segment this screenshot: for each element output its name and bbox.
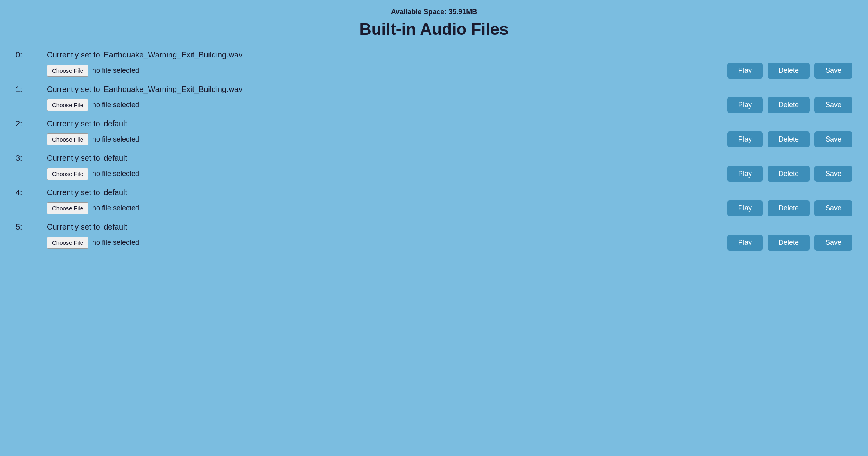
no-file-label-3: no file selected [92,170,139,178]
entry-header-4: 4: Currently set to default [16,188,852,197]
entry-header-2: 2: Currently set to default [16,119,852,128]
delete-button-0[interactable]: Delete [768,63,810,79]
audio-entry-3: 3: Currently set to default Choose File … [16,154,852,182]
no-file-label-0: no file selected [92,66,139,75]
file-input-wrapper-4: Choose File no file selected [47,202,139,214]
available-space-value: 35.91MB [448,8,477,16]
choose-file-button-3[interactable]: Choose File [47,168,88,180]
currently-set-to-label-2: Currently set to [47,119,100,128]
entry-index-4: 4: [16,188,47,197]
entry-current-value-1: Earthquake_Warning_Exit_Building.wav [104,85,242,93]
entry-controls-1: Choose File no file selected Play Delete… [16,97,852,113]
action-buttons-4: Play Delete Save [727,200,852,216]
entry-controls-5: Choose File no file selected Play Delete… [16,235,852,251]
entry-current-4: Currently set to default [47,188,127,197]
entry-current-value-3: default [104,154,127,162]
available-space-bar: Available Space: 35.91MB [16,8,852,16]
save-button-4[interactable]: Save [814,200,852,216]
entry-header-1: 1: Currently set to Earthquake_Warning_E… [16,85,852,94]
entry-controls-4: Choose File no file selected Play Delete… [16,200,852,216]
currently-set-to-label-4: Currently set to [47,188,100,197]
entries-list: 0: Currently set to Earthquake_Warning_E… [16,50,852,251]
choose-file-button-2[interactable]: Choose File [47,133,88,145]
no-file-label-5: no file selected [92,239,139,247]
save-button-5[interactable]: Save [814,235,852,251]
play-button-1[interactable]: Play [727,97,763,113]
entry-index-3: 3: [16,154,47,163]
entry-current-0: Currently set to Earthquake_Warning_Exit… [47,50,242,59]
entry-current-value-0: Earthquake_Warning_Exit_Building.wav [104,50,242,59]
entry-controls-3: Choose File no file selected Play Delete… [16,166,852,182]
play-button-2[interactable]: Play [727,131,763,147]
delete-button-5[interactable]: Delete [768,235,810,251]
action-buttons-0: Play Delete Save [727,63,852,79]
currently-set-to-label-1: Currently set to [47,85,100,93]
save-button-3[interactable]: Save [814,166,852,182]
play-button-0[interactable]: Play [727,63,763,79]
no-file-label-4: no file selected [92,204,139,212]
action-buttons-5: Play Delete Save [727,235,852,251]
no-file-label-1: no file selected [92,101,139,109]
file-input-wrapper-0: Choose File no file selected [47,65,139,77]
play-button-5[interactable]: Play [727,235,763,251]
audio-entry-4: 4: Currently set to default Choose File … [16,188,852,216]
entry-index-1: 1: [16,85,47,94]
play-button-3[interactable]: Play [727,166,763,182]
entry-header-5: 5: Currently set to default [16,223,852,232]
audio-entry-1: 1: Currently set to Earthquake_Warning_E… [16,85,852,113]
entry-current-5: Currently set to default [47,223,127,232]
action-buttons-3: Play Delete Save [727,166,852,182]
entry-index-5: 5: [16,223,47,232]
file-input-wrapper-2: Choose File no file selected [47,133,139,145]
entry-current-value-2: default [104,119,127,128]
delete-button-4[interactable]: Delete [768,200,810,216]
choose-file-button-1[interactable]: Choose File [47,99,88,111]
audio-entry-5: 5: Currently set to default Choose File … [16,223,852,251]
audio-entry-0: 0: Currently set to Earthquake_Warning_E… [16,50,852,79]
file-input-wrapper-1: Choose File no file selected [47,99,139,111]
action-buttons-1: Play Delete Save [727,97,852,113]
delete-button-3[interactable]: Delete [768,166,810,182]
currently-set-to-label-0: Currently set to [47,50,100,59]
save-button-1[interactable]: Save [814,97,852,113]
delete-button-1[interactable]: Delete [768,97,810,113]
choose-file-button-4[interactable]: Choose File [47,202,88,214]
entry-current-value-4: default [104,188,127,197]
file-input-wrapper-5: Choose File no file selected [47,237,139,249]
entry-index-0: 0: [16,50,47,59]
available-space-label: Available Space: [391,8,447,16]
entry-index-2: 2: [16,119,47,128]
entry-current-2: Currently set to default [47,119,127,128]
entry-controls-0: Choose File no file selected Play Delete… [16,63,852,79]
audio-entry-2: 2: Currently set to default Choose File … [16,119,852,147]
action-buttons-2: Play Delete Save [727,131,852,147]
delete-button-2[interactable]: Delete [768,131,810,147]
entry-current-value-5: default [104,223,127,231]
page-title: Built-in Audio Files [16,20,852,39]
currently-set-to-label-3: Currently set to [47,154,100,162]
entry-controls-2: Choose File no file selected Play Delete… [16,131,852,147]
entry-current-3: Currently set to default [47,154,127,163]
entry-current-1: Currently set to Earthquake_Warning_Exit… [47,85,242,94]
choose-file-button-5[interactable]: Choose File [47,237,88,249]
play-button-4[interactable]: Play [727,200,763,216]
no-file-label-2: no file selected [92,135,139,144]
file-input-wrapper-3: Choose File no file selected [47,168,139,180]
choose-file-button-0[interactable]: Choose File [47,65,88,77]
currently-set-to-label-5: Currently set to [47,223,100,231]
entry-header-3: 3: Currently set to default [16,154,852,163]
entry-header-0: 0: Currently set to Earthquake_Warning_E… [16,50,852,59]
save-button-0[interactable]: Save [814,63,852,79]
save-button-2[interactable]: Save [814,131,852,147]
